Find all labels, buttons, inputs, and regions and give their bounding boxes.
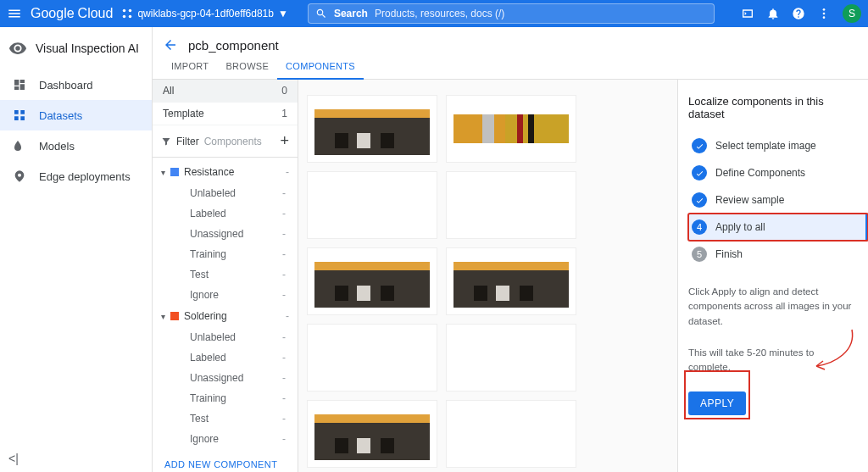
tree-leaf[interactable]: Training- — [153, 244, 298, 264]
image-thumbnail[interactable] — [446, 324, 576, 391]
leaf-label: Unlabeled — [190, 187, 236, 199]
leaf-label: Training — [190, 248, 226, 260]
tree-group-header[interactable]: ▾ Resistance - — [153, 161, 298, 183]
tree-leaf[interactable]: Ignore- — [153, 429, 298, 449]
nav-dashboard[interactable]: Dashboard — [0, 69, 152, 100]
step-label: Select template image — [715, 140, 816, 152]
tab-components[interactable]: COMPONENTS — [277, 53, 364, 80]
tree-leaf[interactable]: Labeled- — [153, 203, 298, 224]
wizard-step-finish[interactable]: 5 Finish — [688, 241, 858, 268]
svg-point-1 — [129, 9, 132, 13]
wizard-step-define-components[interactable]: Define Components — [688, 159, 858, 186]
group-name: Resistance — [184, 166, 281, 178]
cloud-shell-icon[interactable] — [741, 7, 754, 20]
leaf-label: Test — [190, 413, 209, 425]
leaf-count: - — [282, 187, 286, 199]
google-cloud-logo[interactable]: Google Cloud — [31, 6, 113, 21]
filter-placeholder[interactable]: Components — [204, 136, 275, 147]
search-input[interactable] — [375, 8, 707, 19]
tree-leaf[interactable]: Test- — [153, 264, 298, 285]
nav-datasets[interactable]: Datasets — [0, 100, 152, 130]
tree-leaf[interactable]: Unassigned- — [153, 224, 298, 244]
more-icon[interactable] — [817, 7, 831, 20]
search-label: Search — [334, 8, 368, 19]
image-thumbnail[interactable] — [307, 95, 437, 163]
nav-label: Dashboard — [39, 79, 93, 92]
nav-edge-deployments[interactable]: Edge deployments — [0, 161, 152, 192]
image-thumbnail[interactable] — [446, 247, 576, 315]
step-label: Apply to all — [715, 221, 765, 233]
search-bar[interactable]: Search — [308, 3, 715, 24]
tree-leaf[interactable]: Unlabeled- — [153, 183, 298, 203]
tab-import[interactable]: IMPORT — [163, 53, 217, 79]
project-selector[interactable]: qwiklabs-gcp-04-1df0eff6d81b ▼ — [121, 8, 287, 19]
tree-leaf[interactable]: Test- — [153, 408, 298, 429]
wizard-step-select-template[interactable]: Select template image — [688, 132, 858, 159]
step-label: Define Components — [715, 167, 805, 179]
filter-count: 1 — [281, 108, 287, 119]
collapse-nav-icon[interactable]: <| — [8, 452, 19, 465]
edge-icon — [12, 169, 27, 184]
page-title: pcb_component — [188, 38, 279, 53]
search-container: Search — [297, 3, 726, 24]
datasets-icon — [12, 108, 27, 123]
tree-leaf[interactable]: Training- — [153, 388, 298, 408]
wizard-title: Localize components in this dataset — [688, 95, 858, 120]
image-thumbnail[interactable] — [446, 95, 576, 163]
leaf-label: Test — [190, 269, 209, 280]
search-icon — [315, 8, 327, 19]
nav-label: Edge deployments — [39, 170, 131, 183]
leaf-count: - — [282, 331, 286, 343]
filter-label: Template — [163, 108, 204, 119]
chevron-down-icon: ▾ — [161, 312, 165, 321]
leaf-count: - — [282, 289, 286, 301]
help-icon[interactable] — [792, 7, 805, 20]
image-thumbnail[interactable] — [307, 247, 437, 315]
apply-button[interactable]: APPLY — [688, 391, 746, 415]
leaf-count: - — [282, 372, 286, 384]
wizard-step-apply-to-all[interactable]: 4 Apply to all — [688, 214, 868, 241]
menu-icon[interactable] — [7, 6, 22, 21]
add-component-button[interactable]: ADD NEW COMPONENT — [153, 449, 298, 472]
page-header: pcb_component — [153, 27, 868, 53]
image-thumbnail[interactable] — [446, 171, 576, 239]
step-number: 4 — [692, 219, 707, 235]
color-swatch — [170, 312, 179, 320]
image-thumbnail[interactable] — [307, 400, 437, 468]
wizard-description-2: This will take 5-20 minutes to complete. — [688, 346, 858, 375]
nav-models[interactable]: Models — [0, 130, 152, 161]
image-thumbnail[interactable] — [446, 400, 576, 468]
leaf-count: - — [282, 433, 286, 445]
back-arrow-icon[interactable] — [163, 37, 178, 53]
avatar[interactable]: S — [843, 4, 861, 23]
filter-icon — [161, 136, 171, 147]
filter-panel: All 0 Template 1 Filter Components + — [153, 80, 298, 472]
notifications-icon[interactable] — [766, 7, 780, 20]
tree-leaf[interactable]: Ignore- — [153, 285, 298, 305]
filter-all[interactable]: All 0 — [153, 80, 298, 103]
svg-point-3 — [129, 15, 132, 19]
visual-inspection-icon — [8, 39, 27, 58]
wizard-step-review-sample[interactable]: Review sample — [688, 186, 858, 214]
svg-point-6 — [823, 16, 826, 19]
tree-group-header[interactable]: ▾ Soldering - — [153, 305, 298, 327]
chevron-down-icon: ▾ — [161, 168, 165, 177]
add-filter-icon[interactable]: + — [280, 132, 289, 150]
filter-template[interactable]: Template 1 — [153, 103, 298, 125]
left-nav: Visual Inspection AI Dashboard Datasets … — [0, 27, 153, 472]
product-title[interactable]: Visual Inspection AI — [0, 27, 152, 69]
apply-highlight: APPLY — [688, 375, 746, 415]
tree-leaf[interactable]: Labeled- — [153, 347, 298, 368]
tree-leaf[interactable]: Unassigned- — [153, 368, 298, 388]
filter-label: All — [163, 85, 174, 97]
image-grid — [298, 80, 677, 472]
project-name: qwiklabs-gcp-04-1df0eff6d81b — [137, 8, 274, 19]
group-count: - — [286, 166, 289, 178]
tab-browse[interactable]: BROWSE — [217, 53, 277, 79]
component-tree: ▾ Resistance - Unlabeled- Labeled- Unass… — [153, 158, 298, 472]
image-thumbnail[interactable] — [307, 324, 437, 391]
svg-point-2 — [123, 15, 126, 19]
tree-leaf[interactable]: Unlabeled- — [153, 327, 298, 347]
image-thumbnail[interactable] — [307, 171, 437, 239]
leaf-count: - — [282, 248, 286, 260]
